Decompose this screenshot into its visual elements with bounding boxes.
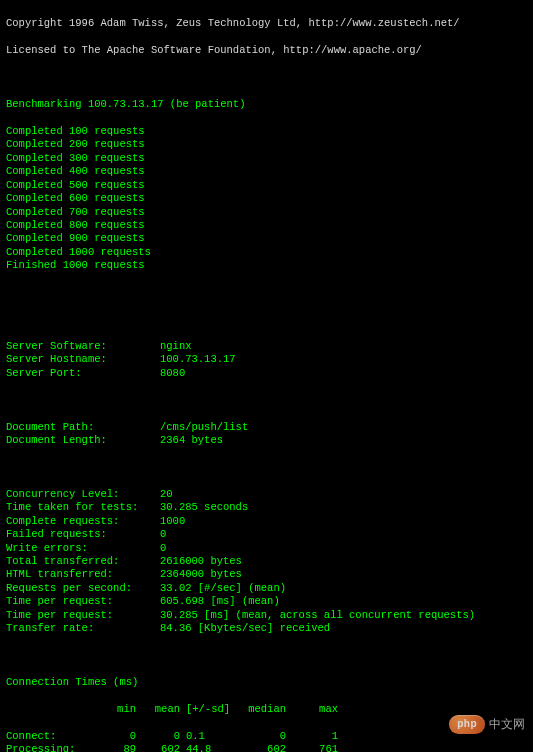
ct-mean: 602 (136, 743, 180, 752)
ct-max: 761 (286, 743, 338, 752)
stat-row: Time taken for tests:30.285 seconds (6, 501, 527, 514)
ct-mean: 0 (136, 730, 180, 743)
stat-label: Time per request: (6, 595, 160, 608)
terminal-output: Copyright 1996 Adam Twiss, Zeus Technolo… (0, 0, 533, 752)
stat-row: Complete requests:1000 (6, 515, 527, 528)
stat-label: Transfer rate: (6, 622, 160, 635)
stat-label: Requests per second: (6, 582, 160, 595)
progress-line: Completed 500 requests (6, 179, 527, 192)
document-value: 2364 bytes (160, 434, 223, 446)
stat-value: 84.36 [Kbytes/sec] received (160, 622, 330, 634)
stat-row: Write errors:0 (6, 542, 527, 555)
connection-times-rows: Connect:000.101Processing:8960244.860276… (6, 730, 527, 752)
server-value: 100.73.13.17 (160, 353, 236, 365)
progress-line: Completed 600 requests (6, 192, 527, 205)
document-value: /cms/push/list (160, 421, 248, 433)
document-info: Document Path:/cms/push/listDocument Len… (6, 421, 527, 448)
connection-times-row: Connect:000.101 (6, 730, 527, 743)
stats-info: Concurrency Level:20Time taken for tests… (6, 488, 527, 636)
stat-value: 2616000 bytes (160, 555, 242, 567)
server-row: Server Software:nginx (6, 340, 527, 353)
ct-label: Processing: (6, 743, 96, 752)
server-label: Server Hostname: (6, 353, 160, 366)
stat-value: 2364000 bytes (160, 568, 242, 580)
progress-line: Completed 800 requests (6, 219, 527, 232)
copyright-line-2: Licensed to The Apache Software Foundati… (6, 44, 527, 57)
progress-line: Completed 300 requests (6, 152, 527, 165)
stat-label: Time taken for tests: (6, 501, 160, 514)
server-label: Server Port: (6, 367, 160, 380)
ct-median: 0 (236, 730, 286, 743)
progress-line: Completed 100 requests (6, 125, 527, 138)
ct-sd: 0.1 (180, 730, 236, 743)
stat-row: Failed requests:0 (6, 528, 527, 541)
stat-value: 33.02 [#/sec] (mean) (160, 582, 286, 594)
stat-label: Total transferred: (6, 555, 160, 568)
stat-value: 30.285 [ms] (mean, across all concurrent… (160, 609, 475, 621)
progress-line: Finished 1000 requests (6, 259, 527, 272)
progress-line: Completed 1000 requests (6, 246, 527, 259)
stat-value: 605.698 [ms] (mean) (160, 595, 280, 607)
ct-median: 602 (236, 743, 286, 752)
stat-label: Concurrency Level: (6, 488, 160, 501)
server-row: Server Hostname:100.73.13.17 (6, 353, 527, 366)
progress-line: Completed 200 requests (6, 138, 527, 151)
ct-max: 1 (286, 730, 338, 743)
server-row: Server Port:8080 (6, 367, 527, 380)
progress-line: Completed 400 requests (6, 165, 527, 178)
copyright-line-1: Copyright 1996 Adam Twiss, Zeus Technolo… (6, 17, 527, 30)
document-row: Document Path:/cms/push/list (6, 421, 527, 434)
server-value: nginx (160, 340, 192, 352)
stat-row: Concurrency Level:20 (6, 488, 527, 501)
ct-min: 0 (96, 730, 136, 743)
stat-value: 20 (160, 488, 173, 500)
document-label: Document Path: (6, 421, 160, 434)
server-info: Server Software:nginxServer Hostname:100… (6, 340, 527, 380)
stat-row: Time per request:605.698 [ms] (mean) (6, 595, 527, 608)
server-value: 8080 (160, 367, 185, 379)
stat-value: 0 (160, 528, 166, 540)
benchmarking-line: Benchmarking 100.73.13.17 (be patient) (6, 98, 527, 111)
stat-value: 1000 (160, 515, 185, 527)
stat-label: Time per request: (6, 609, 160, 622)
progress-lines: Completed 100 requestsCompleted 200 requ… (6, 125, 527, 273)
ct-label: Connect: (6, 730, 96, 743)
server-label: Server Software: (6, 340, 160, 353)
stat-label: Complete requests: (6, 515, 160, 528)
stat-label: Failed requests: (6, 528, 160, 541)
stat-value: 30.285 seconds (160, 501, 248, 513)
ct-min: 89 (96, 743, 136, 752)
document-label: Document Length: (6, 434, 160, 447)
progress-line: Completed 900 requests (6, 232, 527, 245)
stat-row: Requests per second:33.02 [#/sec] (mean) (6, 582, 527, 595)
stat-row: HTML transferred:2364000 bytes (6, 568, 527, 581)
ct-sd: 44.8 (180, 743, 236, 752)
connection-times-header: minmean[+/-sd]medianmax (6, 703, 527, 716)
stat-value: 0 (160, 542, 166, 554)
connection-times-row: Processing:8960244.8602761 (6, 743, 527, 752)
stat-row: Time per request:30.285 [ms] (mean, acro… (6, 609, 527, 622)
connection-times-title: Connection Times (ms) (6, 676, 527, 689)
document-row: Document Length:2364 bytes (6, 434, 527, 447)
stat-row: Total transferred:2616000 bytes (6, 555, 527, 568)
stat-row: Transfer rate:84.36 [Kbytes/sec] receive… (6, 622, 527, 635)
stat-label: HTML transferred: (6, 568, 160, 581)
stat-label: Write errors: (6, 542, 160, 555)
progress-line: Completed 700 requests (6, 206, 527, 219)
